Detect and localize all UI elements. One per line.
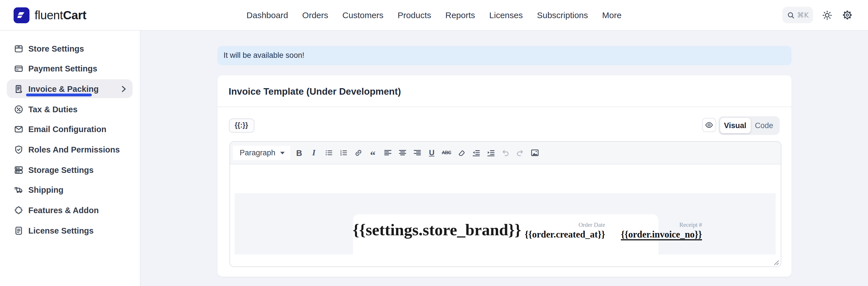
sidebar-item-email-configuration[interactable]: Email Configuration	[7, 120, 132, 139]
shortcode-button[interactable]: {{:}}	[228, 118, 254, 132]
preview-button[interactable]	[702, 118, 716, 132]
ordered-list-button[interactable]: 123	[339, 148, 348, 158]
strikethrough-button[interactable]: ABC	[442, 148, 451, 158]
undo-icon	[501, 148, 510, 157]
settings-sidebar: Store Settings Payment Settings Invoice …	[0, 30, 141, 286]
indent-button[interactable]	[486, 148, 495, 158]
resize-handle[interactable]	[773, 259, 779, 265]
receipt-label: Receipt #	[606, 222, 702, 228]
align-right-icon	[413, 148, 421, 157]
shield-check-icon	[13, 145, 24, 155]
tab-code[interactable]: Code	[750, 118, 778, 133]
italic-button[interactable]: I	[309, 148, 318, 158]
invoice-template-editor: Paragraph B I	[229, 141, 781, 267]
theme-toggle-button[interactable]	[822, 9, 833, 21]
nav-reports[interactable]: Reports	[445, 10, 475, 20]
nav-dashboard[interactable]: Dashboard	[246, 10, 288, 20]
bullet-list-icon	[324, 148, 333, 157]
brand-logo-text: fluentCart	[35, 8, 86, 22]
sidebar-item-license-settings[interactable]: License Settings	[7, 221, 132, 240]
active-item-underline	[26, 94, 92, 96]
blockquote-icon: “	[370, 148, 376, 158]
tab-visual[interactable]: Visual	[720, 118, 750, 133]
nav-more[interactable]: More	[602, 10, 622, 20]
sidebar-item-label: Tax & Duties	[28, 105, 78, 114]
bold-icon: B	[296, 148, 302, 157]
clear-format-button[interactable]	[457, 148, 466, 158]
redo-icon	[516, 148, 525, 157]
tab-code-label: Code	[755, 121, 773, 130]
sun-icon	[822, 9, 833, 21]
link-button[interactable]	[353, 148, 363, 158]
chevron-down-icon	[280, 151, 290, 154]
info-alert: It will be available soon!	[217, 46, 792, 65]
insert-image-button[interactable]	[530, 148, 539, 158]
align-center-icon	[398, 148, 406, 157]
editor-mode-switch: Visual Code	[718, 116, 779, 135]
paragraph-format-select[interactable]: Paragraph	[233, 146, 290, 160]
receipt-token: {{order.invoice_no}}	[606, 229, 702, 240]
blockquote-button[interactable]: “	[368, 148, 377, 158]
search-button[interactable]: ⌘K	[782, 7, 813, 23]
sidebar-item-invoice-packing[interactable]: Invoice & Packing	[7, 80, 132, 98]
undo-button[interactable]	[501, 148, 510, 158]
order-date-column: Order Date {{order.created_at}}	[509, 222, 605, 240]
link-icon	[354, 148, 362, 157]
sidebar-item-shipping[interactable]: Shipping	[7, 181, 132, 200]
settings-button[interactable]	[841, 9, 853, 21]
page-title: Invoice Template (Under Development)	[228, 86, 401, 97]
bullet-list-button[interactable]	[324, 148, 333, 158]
underline-icon: U	[429, 148, 435, 157]
sidebar-item-label: Storage Settings	[28, 165, 93, 174]
outdent-button[interactable]	[471, 148, 480, 158]
editor-toolbar: Paragraph B I	[230, 142, 780, 164]
eye-icon	[705, 121, 713, 129]
svg-text:3: 3	[340, 153, 341, 156]
fluentcart-settings-page: fluentCart Dashboard Orders Customers Pr…	[0, 0, 868, 286]
align-right-button[interactable]	[412, 148, 422, 158]
image-icon	[530, 148, 539, 157]
redo-button[interactable]	[516, 148, 525, 158]
sidebar-item-label: License Settings	[28, 226, 93, 235]
chevron-right-icon	[121, 86, 126, 92]
store-brand-token: {{settings.store_brand}}	[353, 221, 521, 239]
indent-icon	[487, 148, 495, 157]
fluentcart-logo-icon	[13, 7, 29, 23]
sidebar-item-label: Store Settings	[28, 44, 84, 53]
nav-licenses[interactable]: Licenses	[489, 10, 523, 20]
receipt-icon	[13, 84, 24, 94]
align-left-button[interactable]	[383, 148, 392, 158]
editor-canvas[interactable]: {{settings.store_brand}} Order Date {{or…	[230, 164, 780, 266]
puzzle-icon	[13, 205, 24, 216]
gear-icon	[841, 9, 853, 21]
search-icon	[787, 11, 795, 19]
sidebar-item-roles-permissions[interactable]: Roles And Permissions	[7, 140, 132, 159]
align-center-button[interactable]	[398, 148, 407, 158]
nav-products[interactable]: Products	[398, 10, 431, 20]
eraser-icon	[457, 148, 465, 157]
credit-card-icon	[13, 63, 24, 74]
sidebar-item-label: Shipping	[28, 185, 63, 195]
sidebar-item-label: Roles And Permissions	[28, 145, 120, 154]
nav-subscriptions[interactable]: Subscriptions	[537, 10, 588, 20]
brand-logo[interactable]: fluentCart	[13, 0, 86, 30]
sidebar-item-tax-duties[interactable]: Tax & Duties	[7, 100, 132, 118]
main-content: It will be available soon! Invoice Templ…	[141, 30, 868, 286]
align-left-icon	[383, 148, 392, 157]
server-icon	[13, 165, 24, 175]
nav-customers[interactable]: Customers	[342, 10, 383, 20]
sidebar-item-storage-settings[interactable]: Storage Settings	[7, 161, 132, 179]
sidebar-item-label: Features & Addon	[28, 206, 99, 215]
sidebar-item-label: Payment Settings	[28, 64, 97, 73]
bold-button[interactable]: B	[294, 148, 304, 158]
order-date-token: {{order.created_at}}	[509, 229, 605, 240]
sidebar-item-features-addon[interactable]: Features & Addon	[7, 201, 132, 220]
sidebar-item-label: Email Configuration	[28, 125, 106, 134]
sidebar-item-store-settings[interactable]: Store Settings	[7, 39, 132, 58]
sidebar-item-payment-settings[interactable]: Payment Settings	[7, 59, 132, 78]
nav-orders[interactable]: Orders	[302, 10, 328, 20]
underline-button[interactable]: U	[427, 148, 436, 158]
truck-icon	[13, 185, 24, 195]
sidebar-item-label: Invoice & Packing	[28, 84, 99, 93]
document-icon	[13, 225, 24, 235]
